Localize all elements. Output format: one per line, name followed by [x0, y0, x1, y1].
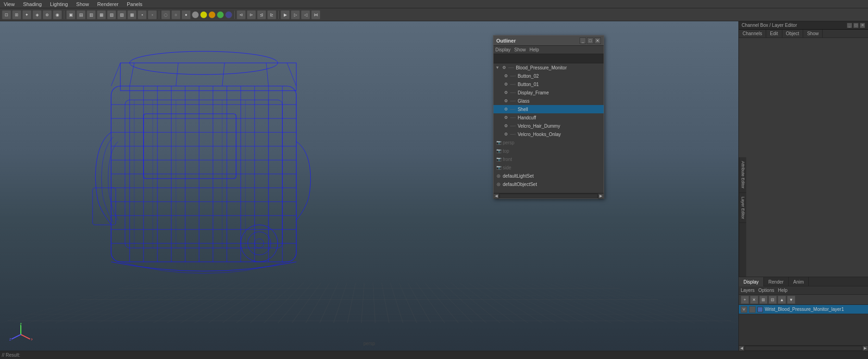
viewport[interactable]: x y z persp Outliner _ □ ✕ Display Show [0, 21, 738, 351]
toolbar-btn-render-1[interactable]: ▶ [281, 10, 290, 19]
toolbar-btn-18[interactable]: ● [181, 10, 191, 19]
toolbar-btn-3[interactable]: ✦ [22, 10, 31, 19]
le-toolbar-create-layer[interactable]: + [741, 296, 749, 304]
toolbar-btn-render-4[interactable]: ⋈ [311, 10, 320, 19]
side-tab-attribute-editor[interactable]: Attribute Editor [739, 157, 746, 193]
le-toolbar-move-up[interactable]: ▲ [778, 296, 786, 304]
outliner-minimize-btn[interactable]: _ [580, 37, 586, 44]
toolbar-btn-9[interactable]: ▥ [87, 10, 96, 19]
tree-item-side[interactable]: 📷 side [493, 163, 604, 172]
outliner-search-input[interactable] [495, 56, 602, 61]
toolbar-btn-8[interactable]: ▤ [76, 10, 86, 19]
le-toolbar-add-selected[interactable]: ⊞ [759, 296, 768, 304]
title-bar-maximize[interactable]: □ [853, 23, 859, 28]
toolbar-color-green[interactable] [217, 11, 224, 19]
le-tab-display[interactable]: Display [739, 277, 764, 286]
toolbar-btn-render-2[interactable]: ▷ [291, 10, 300, 19]
cb-tab-object[interactable]: Object [782, 30, 804, 38]
le-menu-layers[interactable]: Layers [741, 288, 755, 293]
outliner-menu-show[interactable]: Show [514, 47, 526, 52]
cb-tab-edit[interactable]: Edit [766, 30, 782, 38]
title-bar-minimize[interactable]: _ [847, 23, 852, 28]
toolbar-btn-11[interactable]: ▧ [107, 10, 116, 19]
toolbar-btn-10[interactable]: ▦ [97, 10, 106, 19]
outliner-tree: ▼ ⚙ —◦ Blood_Pressure_Monitor ⚙ —◦ Butto… [493, 63, 604, 193]
scroll-right-btn[interactable]: ▶ [598, 193, 604, 199]
toolbar-btn-17[interactable]: ○ [171, 10, 181, 19]
menu-lighting[interactable]: Lighting [48, 1, 70, 7]
tree-item-handcuff[interactable]: ⚙ —◦ Handcuff [493, 113, 604, 122]
le-menu-help[interactable]: Help [778, 288, 787, 293]
layer-editor-scroll[interactable]: ◀ ▶ [739, 345, 868, 351]
tree-item-shell[interactable]: ⚙ —◦ Shell [493, 105, 604, 113]
cb-tab-show[interactable]: Show [803, 30, 823, 38]
toolbar-btn-15[interactable]: ▫ [148, 10, 157, 19]
side-tab-layer-editor[interactable]: Layer Editor [739, 193, 746, 223]
toolbar-btn-snap-2[interactable]: ⊳ [247, 10, 256, 19]
toolbar-btn-6[interactable]: ◉ [53, 10, 62, 19]
toolbar-color-orange[interactable] [208, 11, 216, 19]
layer-item-wrist[interactable]: V Wrist_Blood_Pressure_Monitor_layer1 [739, 305, 868, 314]
le-toolbar-move-down[interactable]: ▼ [787, 296, 795, 304]
toolbar-btn-render-3[interactable]: ◁ [301, 10, 310, 19]
menu-renderer[interactable]: Renderer [95, 1, 120, 7]
toolbar-color-yellow[interactable] [200, 11, 207, 19]
toolbar-color-blue[interactable] [225, 11, 232, 19]
tree-item-top[interactable]: 📷 top [493, 147, 604, 155]
tree-item-display-frame[interactable]: ⚙ —◦ Display_Frame [493, 88, 604, 97]
outliner-maximize-btn[interactable]: □ [587, 37, 593, 44]
mesh-icon-velcro-hooks: ⚙ [503, 131, 509, 137]
menu-panels[interactable]: Panels [125, 1, 144, 7]
le-tab-anim[interactable]: Anim [789, 277, 809, 286]
toolbar-btn-14[interactable]: ▪ [137, 10, 147, 19]
menu-show[interactable]: Show [75, 1, 91, 7]
layer-placeholder-btn[interactable] [749, 306, 756, 313]
cb-tab-channels[interactable]: Channels [739, 30, 766, 38]
tree-item-velcro-hair[interactable]: ⚙ —◦ Velcro_Hair_Dummy [493, 122, 604, 130]
outliner-menu-display[interactable]: Display [495, 47, 511, 52]
le-toolbar-delete-layer[interactable]: ✕ [750, 296, 758, 304]
toolbar-btn-5[interactable]: ⊕ [43, 10, 52, 19]
tree-label-top: top [503, 149, 509, 154]
tree-item-default-light-set[interactable]: ◎ defaultLightSet [493, 172, 604, 180]
outliner-menu-help[interactable]: Help [530, 47, 539, 52]
layer-scroll-right[interactable]: ▶ [862, 346, 868, 351]
tree-item-velcro-hooks[interactable]: ⚙ —◦ Velcro_Hooks_Onlay [493, 130, 604, 138]
tree-item-button01[interactable]: ⚙ —◦ Button_01 [493, 80, 604, 88]
le-toolbar-remove-selected[interactable]: ⊟ [768, 296, 777, 304]
tree-item-glass[interactable]: ⚙ —◦ Glass [493, 97, 604, 105]
svg-rect-31 [93, 188, 116, 225]
toolbar-color-gray[interactable] [192, 11, 199, 19]
title-bar-close[interactable]: ✕ [860, 23, 865, 28]
tree-item-blood-pressure-monitor[interactable]: ▼ ⚙ —◦ Blood_Pressure_Monitor [493, 63, 604, 72]
tree-item-button02[interactable]: ⚙ —◦ Button_02 [493, 72, 604, 80]
tree-item-front[interactable]: 📷 front [493, 155, 604, 163]
status-text: // Result: [2, 353, 20, 358]
tree-label-default-object-set: defaultObjectSet [503, 182, 537, 187]
toolbar-btn-13[interactable]: ▩ [127, 10, 137, 19]
le-tab-render[interactable]: Render [764, 277, 789, 286]
outliner-title-bar: Outliner _ □ ✕ [493, 36, 604, 46]
tree-item-default-object-set[interactable]: ◎ defaultObjectSet [493, 180, 604, 188]
toolbar-btn-snap-4[interactable]: ⊵ [267, 10, 276, 19]
menu-view[interactable]: View [2, 1, 17, 7]
toolbar-btn-2[interactable]: ⊞ [12, 10, 21, 19]
outliner-horizontal-scrollbar[interactable]: ◀ ▶ [493, 193, 604, 198]
toolbar-btn-1[interactable]: ⊡ [2, 10, 11, 19]
scroll-left-btn[interactable]: ◀ [493, 193, 499, 199]
menu-shading[interactable]: Shading [21, 1, 44, 7]
toolbar-btn-12[interactable]: ▨ [117, 10, 126, 19]
outliner-close-btn[interactable]: ✕ [594, 37, 601, 44]
layer-vis-btn-wrist[interactable]: V [741, 306, 747, 313]
le-menu-options[interactable]: Options [758, 288, 774, 293]
mesh-icon-velcro-hair: ⚙ [503, 123, 509, 129]
toolbar-btn-7[interactable]: ▣ [66, 10, 75, 19]
tree-item-persp[interactable]: 📷 persp [493, 138, 604, 147]
toolbar-btn-16[interactable]: ◌ [161, 10, 170, 19]
toolbar-btn-4[interactable]: ◈ [32, 10, 42, 19]
toolbar-btn-snap-1[interactable]: ⊲ [237, 10, 246, 19]
scroll-track[interactable] [500, 194, 597, 198]
toolbar-btn-snap-3[interactable]: ⊴ [257, 10, 266, 19]
layer-scroll-left[interactable]: ◀ [739, 346, 744, 351]
layer-scroll-track[interactable] [745, 347, 862, 350]
